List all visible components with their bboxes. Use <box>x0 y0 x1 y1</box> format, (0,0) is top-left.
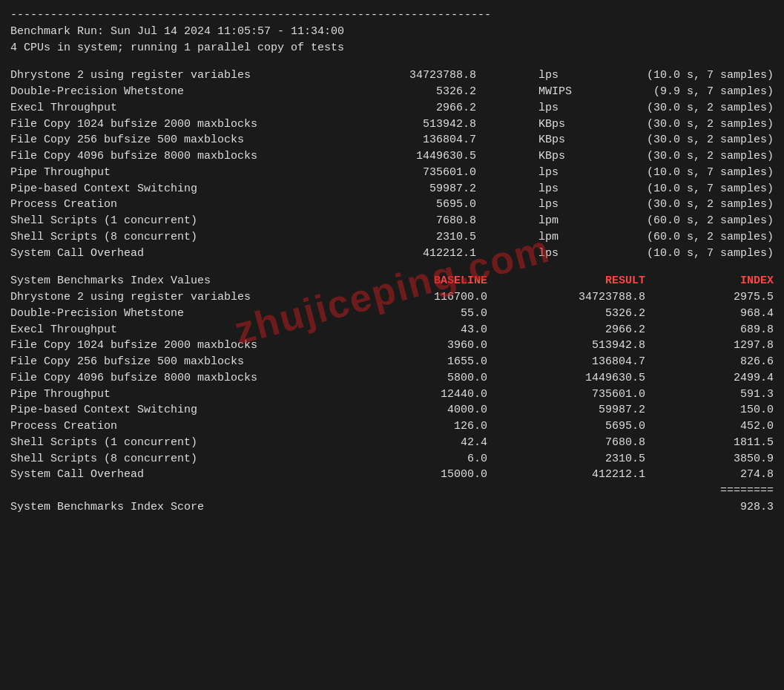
raw-result-row: Process Creation5695.0lps(30.0 s, 2 samp… <box>10 197 774 213</box>
benchmark-header: Benchmark Run: Sun Jul 14 2024 11:05:57 … <box>10 24 774 56</box>
raw-result-name: Double-Precision Whetstone <box>10 84 329 100</box>
index-row-index: 689.8 <box>707 322 774 338</box>
raw-result-unit: lpm <box>534 213 582 229</box>
index-row-name: Pipe-based Context Switching <box>10 402 329 418</box>
index-row-index: 3850.9 <box>707 451 774 467</box>
raw-result-samples: (9.9 s, 7 samples) <box>640 84 774 100</box>
index-row-index: 968.4 <box>707 306 774 322</box>
raw-result-row: Shell Scripts (8 concurrent)2310.5lpm(60… <box>10 229 774 246</box>
index-row-name: System Call Overhead <box>10 467 329 483</box>
equals-separator: ======== <box>10 483 774 499</box>
raw-result-row: Double-Precision Whetstone5326.2MWIPS(9.… <box>10 84 774 100</box>
raw-result-value: 2966.2 <box>387 100 476 116</box>
raw-results-section: Dhrystone 2 using register variables3472… <box>10 68 774 261</box>
index-row-name: File Copy 1024 bufsize 2000 maxblocks <box>10 338 329 354</box>
index-row-baseline: 3960.0 <box>391 338 487 354</box>
raw-result-name: Shell Scripts (8 concurrent) <box>10 229 329 246</box>
index-table-row: File Copy 4096 bufsize 8000 maxblocks580… <box>10 370 774 387</box>
final-score-label: System Benchmarks Index Score <box>10 499 329 516</box>
raw-result-unit: lps <box>534 246 582 262</box>
raw-result-row: System Call Overhead412212.1lps(10.0 s, … <box>10 246 774 262</box>
index-table-row: Pipe Throughput12440.0735601.0591.3 <box>10 387 774 403</box>
terminal-output: ----------------------------------------… <box>10 7 774 516</box>
index-row-index: 2499.4 <box>707 370 774 387</box>
index-row-baseline: 42.4 <box>391 435 487 451</box>
index-table-row: File Copy 1024 bufsize 2000 maxblocks396… <box>10 338 774 354</box>
index-row-result: 735601.0 <box>549 387 645 403</box>
index-table-row: Shell Scripts (1 concurrent)42.47680.818… <box>10 435 774 451</box>
raw-result-value: 59987.2 <box>387 181 476 197</box>
raw-result-row: Dhrystone 2 using register variables3472… <box>10 68 774 84</box>
raw-result-unit: lps <box>534 197 582 213</box>
index-row-baseline: 15000.0 <box>391 467 487 483</box>
raw-result-name: System Call Overhead <box>10 246 329 262</box>
index-row-baseline: 12440.0 <box>391 387 487 403</box>
raw-result-unit: MWIPS <box>534 84 582 100</box>
raw-result-samples: (10.0 s, 7 samples) <box>640 246 774 262</box>
raw-result-value: 513942.8 <box>387 116 476 133</box>
index-row-result: 7680.8 <box>549 435 645 451</box>
index-row-index: 1297.8 <box>707 338 774 354</box>
raw-result-row: Shell Scripts (1 concurrent)7680.8lpm(60… <box>10 213 774 229</box>
index-row-index: 826.6 <box>707 354 774 370</box>
final-score-value: 928.3 <box>707 499 774 516</box>
index-header-result: RESULT <box>549 273 645 289</box>
raw-result-unit: KBps <box>534 132 582 148</box>
raw-result-unit: lpm <box>534 229 582 246</box>
raw-result-unit: lps <box>534 68 582 84</box>
index-row-result: 2966.2 <box>549 322 645 338</box>
index-row-name: Execl Throughput <box>10 322 329 338</box>
raw-result-name: File Copy 256 bufsize 500 maxblocks <box>10 132 329 148</box>
raw-result-value: 34723788.8 <box>387 68 476 84</box>
final-score-spacer2 <box>549 499 645 516</box>
raw-result-unit: lps <box>534 100 582 116</box>
raw-result-row: File Copy 4096 bufsize 8000 maxblocks144… <box>10 148 774 165</box>
index-table-row: File Copy 256 bufsize 500 maxblocks1655.… <box>10 354 774 370</box>
index-row-result: 34723788.8 <box>549 289 645 306</box>
raw-result-row: Pipe-based Context Switching59987.2lps(1… <box>10 181 774 197</box>
raw-result-row: Pipe Throughput735601.0lps(10.0 s, 7 sam… <box>10 165 774 181</box>
index-row-index: 2975.5 <box>707 289 774 306</box>
raw-result-name: Pipe Throughput <box>10 165 329 181</box>
index-row-name: Process Creation <box>10 418 329 435</box>
raw-result-name: Shell Scripts (1 concurrent) <box>10 213 329 229</box>
index-row-baseline: 5800.0 <box>391 370 487 387</box>
raw-result-samples: (10.0 s, 7 samples) <box>640 181 774 197</box>
index-table-row: Process Creation126.05695.0452.0 <box>10 418 774 435</box>
index-row-index: 452.0 <box>707 418 774 435</box>
index-row-result: 513942.8 <box>549 338 645 354</box>
header-line1: Benchmark Run: Sun Jul 14 2024 11:05:57 … <box>10 24 774 40</box>
raw-result-samples: (60.0 s, 2 samples) <box>640 229 774 246</box>
index-row-index: 274.8 <box>707 467 774 483</box>
raw-result-unit: lps <box>534 165 582 181</box>
index-row-baseline: 1655.0 <box>391 354 487 370</box>
final-score-row: System Benchmarks Index Score928.3 <box>10 499 774 516</box>
index-row-result: 136804.7 <box>549 354 645 370</box>
index-row-name: File Copy 256 bufsize 500 maxblocks <box>10 354 329 370</box>
index-row-baseline: 6.0 <box>391 451 487 467</box>
raw-result-value: 412212.1 <box>387 246 476 262</box>
index-table-row: Pipe-based Context Switching4000.059987.… <box>10 402 774 418</box>
index-row-index: 1811.5 <box>707 435 774 451</box>
header-line2: 4 CPUs in system; running 1 parallel cop… <box>10 40 774 56</box>
index-row-baseline: 55.0 <box>391 306 487 322</box>
raw-result-value: 7680.8 <box>387 213 476 229</box>
raw-result-value: 1449630.5 <box>387 148 476 165</box>
separator-top: ----------------------------------------… <box>10 7 774 24</box>
index-row-baseline: 43.0 <box>391 322 487 338</box>
raw-result-samples: (10.0 s, 7 samples) <box>640 165 774 181</box>
index-row-result: 5695.0 <box>549 418 645 435</box>
index-row-baseline: 116700.0 <box>391 289 487 306</box>
raw-result-value: 5326.2 <box>387 84 476 100</box>
index-row-result: 412212.1 <box>549 467 645 483</box>
raw-result-value: 136804.7 <box>387 132 476 148</box>
index-row-name: Pipe Throughput <box>10 387 329 403</box>
index-table-row: Dhrystone 2 using register variables1167… <box>10 289 774 306</box>
index-header-title: System Benchmarks Index Values <box>10 273 329 289</box>
raw-result-value: 735601.0 <box>387 165 476 181</box>
raw-result-samples: (30.0 s, 2 samples) <box>640 100 774 116</box>
index-table-section: System Benchmarks Index ValuesBASELINERE… <box>10 273 774 515</box>
raw-result-value: 5695.0 <box>387 197 476 213</box>
raw-result-samples: (30.0 s, 2 samples) <box>640 148 774 165</box>
raw-result-samples: (30.0 s, 2 samples) <box>640 116 774 133</box>
